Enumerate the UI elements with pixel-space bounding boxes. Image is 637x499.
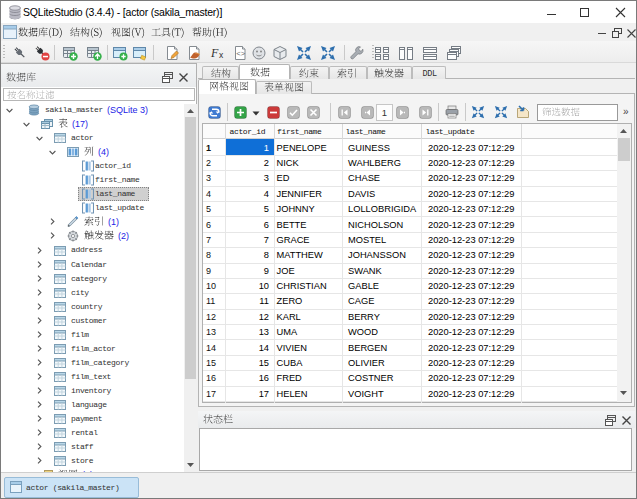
svg-text:x: x bbox=[219, 50, 224, 60]
svg-text:F: F bbox=[210, 46, 219, 60]
svg-text:<>: <> bbox=[236, 50, 246, 58]
